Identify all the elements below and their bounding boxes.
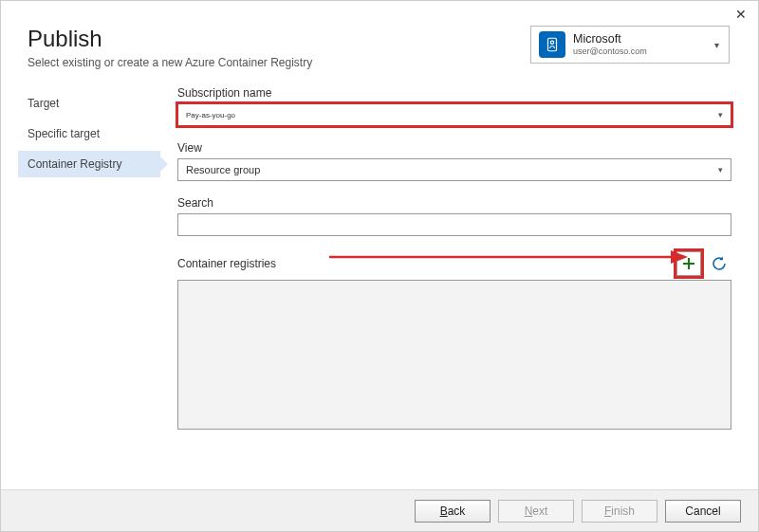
close-icon[interactable]: ✕	[733, 7, 749, 22]
refresh-icon	[711, 255, 728, 272]
subscription-dropdown[interactable]: Pay-as-you-go ▾	[177, 103, 731, 126]
back-button[interactable]: Back	[415, 500, 491, 523]
finish-button: Finish	[582, 500, 657, 523]
chevron-down-icon: ▾	[718, 165, 723, 174]
wizard-nav: Target Specific target Container Registr…	[18, 86, 160, 430]
account-email: user@contoso.com	[573, 46, 713, 57]
nav-item-label: Specific target	[28, 127, 100, 140]
search-label: Search	[177, 196, 731, 210]
plus-icon	[681, 256, 696, 271]
account-info: Microsoft user@contoso.com	[573, 32, 713, 57]
view-dropdown[interactable]: Resource group ▾	[177, 158, 731, 181]
account-badge-icon	[539, 31, 565, 58]
nav-item-label: Container Registry	[28, 157, 121, 171]
svg-point-1	[550, 41, 553, 44]
refresh-button[interactable]	[707, 251, 731, 276]
subscription-label: Subscription name	[177, 86, 731, 100]
nav-item-label: Target	[28, 97, 59, 110]
create-new-registry-button[interactable]	[676, 251, 701, 276]
nav-item-specific-target[interactable]: Specific target	[18, 120, 160, 147]
chevron-down-icon: ▾	[718, 110, 723, 119]
registries-label: Container registries	[177, 257, 276, 270]
cancel-button[interactable]: Cancel	[665, 500, 741, 523]
wizard-footer: Back Next Finish Cancel	[1, 489, 758, 531]
nav-item-target[interactable]: Target	[18, 90, 160, 117]
chevron-down-icon: ▾	[713, 40, 721, 50]
next-button: Next	[498, 500, 574, 523]
search-input[interactable]	[177, 213, 731, 236]
view-value: Resource group	[186, 164, 260, 175]
subscription-value: Pay-as-you-go	[186, 111, 235, 119]
nav-item-container-registry[interactable]: Container Registry	[18, 151, 160, 177]
account-selector[interactable]: Microsoft user@contoso.com ▾	[530, 26, 730, 64]
view-label: View	[177, 141, 731, 155]
account-name: Microsoft	[573, 32, 713, 46]
registries-list[interactable]	[177, 280, 731, 430]
